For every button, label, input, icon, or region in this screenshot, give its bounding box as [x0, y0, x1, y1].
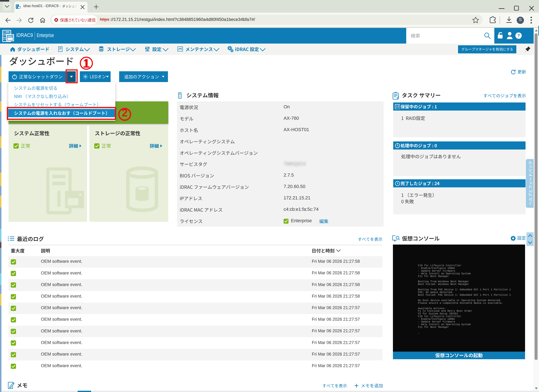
- svg-text:?: ?: [517, 33, 520, 38]
